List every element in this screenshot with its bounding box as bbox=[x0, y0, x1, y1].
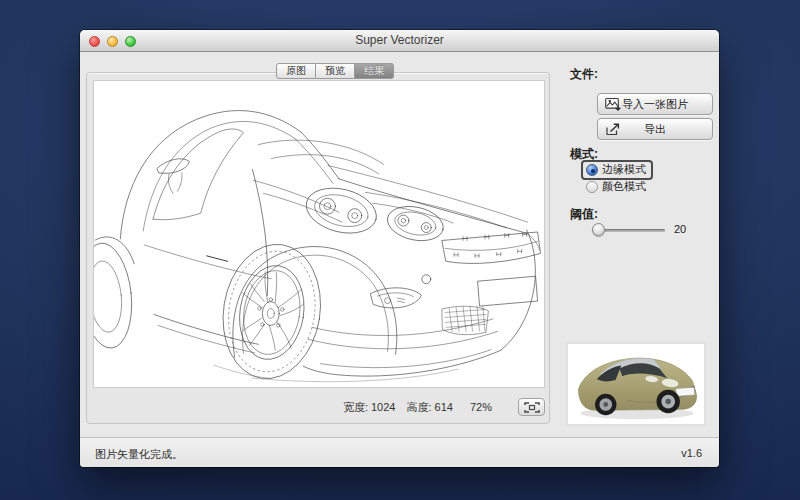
export-icon bbox=[605, 122, 622, 137]
minimize-button[interactable] bbox=[107, 36, 118, 47]
radio-color-mode[interactable]: 颜色模式 bbox=[586, 179, 646, 194]
height-label: 高度: bbox=[407, 401, 432, 413]
width-label: 宽度: bbox=[343, 401, 368, 413]
height-value: 614 bbox=[435, 401, 453, 413]
title-bar[interactable]: Super Vectorizer bbox=[80, 30, 719, 52]
app-window: Super Vectorizer 原图 预览 结果 bbox=[80, 30, 719, 467]
import-image-icon bbox=[605, 97, 622, 112]
close-button[interactable] bbox=[89, 36, 100, 47]
image-dimensions: 宽度:1024 高度:614 bbox=[343, 400, 456, 415]
export-label: 导出 bbox=[644, 122, 666, 137]
width-value: 1024 bbox=[371, 401, 395, 413]
fit-to-window-button[interactable] bbox=[518, 398, 545, 416]
radio-edge-mode-label: 边缘模式 bbox=[602, 162, 646, 177]
tab-original[interactable]: 原图 bbox=[276, 63, 316, 79]
import-image-label: 导入一张图片 bbox=[622, 97, 688, 112]
zoom-button[interactable] bbox=[125, 36, 136, 47]
version-label: v1.6 bbox=[681, 447, 702, 459]
vectorized-car-image bbox=[94, 81, 544, 387]
export-button[interactable]: 导出 bbox=[597, 118, 713, 140]
fit-to-window-icon bbox=[524, 402, 540, 413]
vectorized-result-canvas[interactable] bbox=[93, 80, 545, 388]
status-message: 图片矢量化完成。 bbox=[95, 447, 183, 462]
threshold-section-label: 阈值: bbox=[570, 206, 598, 223]
radio-color-mode-label: 颜色模式 bbox=[602, 179, 646, 194]
traffic-lights bbox=[89, 36, 136, 47]
threshold-slider[interactable]: 20 bbox=[592, 223, 696, 238]
status-bar: 图片矢量化完成。 v1.6 bbox=[80, 437, 719, 467]
main-content: 原图 预览 结果 bbox=[80, 52, 719, 437]
window-title: Super Vectorizer bbox=[80, 30, 719, 51]
slider-knob[interactable] bbox=[592, 223, 605, 236]
radio-on-icon bbox=[586, 164, 598, 176]
tab-result[interactable]: 结果 bbox=[355, 63, 394, 79]
canvas-info-bar: 宽度:1024 高度:614 72% bbox=[93, 395, 545, 419]
radio-edge-mode[interactable]: 边缘模式 bbox=[581, 160, 653, 180]
file-section-label: 文件: bbox=[570, 66, 598, 83]
original-image-thumbnail bbox=[567, 343, 705, 425]
original-car-photo bbox=[568, 344, 704, 424]
radio-off-icon bbox=[586, 181, 598, 193]
zoom-percentage: 72% bbox=[470, 401, 492, 413]
threshold-value: 20 bbox=[674, 223, 686, 235]
import-image-button[interactable]: 导入一张图片 bbox=[597, 93, 713, 115]
view-tabs: 原图 预览 结果 bbox=[276, 63, 394, 79]
tab-preview[interactable]: 预览 bbox=[316, 63, 355, 79]
